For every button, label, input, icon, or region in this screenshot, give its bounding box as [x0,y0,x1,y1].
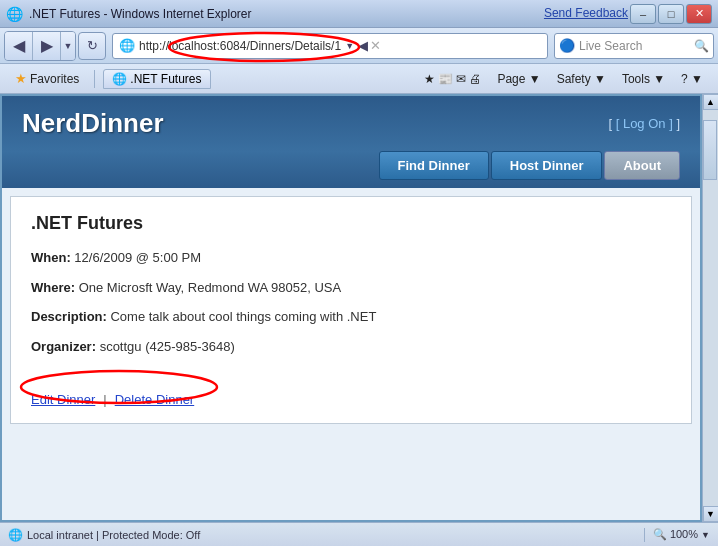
edit-dinner-link[interactable]: Edit Dinner [31,392,95,407]
scroll-thumb[interactable] [703,120,717,180]
find-dinner-nav-btn[interactable]: Find Dinner [379,151,489,180]
site-login: [ [ Log On ] ] [608,116,680,131]
dinner-title: .NET Futures [31,213,671,234]
status-right: 🔍 100% ▼ [644,528,710,542]
where-value: One Microsft Way, Redmond WA 98052, USA [79,280,342,295]
ie-page-icon: 🌐 [119,38,135,53]
minimize-button[interactable]: – [630,4,656,24]
bookmark-icon: ★ [424,72,435,86]
website-area: NerdDinner [ [ Log On ] ] Find Dinner Ho… [0,94,702,522]
tab-icon: 🌐 [112,72,127,86]
print-icon: 🖨 [469,72,481,86]
forward-button[interactable]: ▶ [33,32,61,60]
nav-bar: ◀ ▶ ▼ ↻ 🌐 http://localhost:6084/Dinners/… [0,28,718,64]
site-header: NerdDinner [ [ Log On ] ] [2,96,700,151]
rss-icon: 📰 [438,72,453,86]
dinner-links-wrapper: Edit Dinner | Delete Dinner [31,376,194,407]
link-separator: | [103,392,106,407]
description-label: Description: [31,309,107,324]
status-zone-icon: 🌐 [8,528,23,542]
forward-dropdown[interactable]: ▼ [61,32,75,60]
website-inner: NerdDinner [ [ Log On ] ] Find Dinner Ho… [2,96,700,520]
address-dropdown[interactable]: ▼ [345,41,354,51]
mail-icon: ✉ [456,72,466,86]
organizer-value: scottgu (425-985-3648) [100,339,235,354]
zoom-button[interactable]: 🔍 100% ▼ [653,528,710,541]
site-title: NerdDinner [22,108,164,139]
refresh-button[interactable]: ↻ [78,32,106,60]
scrollbar-right[interactable]: ▲ ▼ [702,94,718,522]
zoom-level: 100% [670,528,698,540]
send-feedback-link[interactable]: Send Feedback [544,6,628,20]
log-on-link[interactable]: [ Log On ] [616,116,673,131]
page-menu[interactable]: Page ▼ [490,69,547,89]
toolbar-right: ★ 📰 ✉ 🖨 Page ▼ Safety ▼ Tools ▼ ? ▼ [417,69,710,89]
site-nav: Find Dinner Host Dinner About [2,151,700,188]
scroll-up-button[interactable]: ▲ [703,94,719,110]
browser-content: NerdDinner [ [ Log On ] ] Find Dinner Ho… [0,94,718,522]
live-search-bar[interactable]: 🔵 Live Search 🔍 [554,33,714,59]
favorites-star-icon: ★ [15,71,27,86]
status-zone-text: Local intranet | Protected Mode: Off [27,529,200,541]
scroll-track[interactable] [703,110,718,506]
live-search-label: Live Search [579,39,690,53]
favorites-bar: ★ Favorites 🌐 .NET Futures ★ 📰 ✉ 🖨 Page … [0,64,718,94]
toolbar-separator [94,70,95,88]
dinner-when-field: When: 12/6/2009 @ 5:00 PM [31,248,671,268]
live-search-button[interactable]: 🔍 [694,39,709,53]
dinner-organizer-field: Organizer: scottgu (425-985-3648) [31,337,671,357]
nav-go-back[interactable]: ◀ [358,38,368,53]
dinner-links: Edit Dinner | Delete Dinner [31,392,194,407]
when-label: When: [31,250,71,265]
back-forward-group: ◀ ▶ ▼ [4,31,76,61]
maximize-button[interactable]: □ [658,4,684,24]
favorites-button[interactable]: ★ Favorites [8,68,86,89]
window-title: .NET Futures - Windows Internet Explorer [29,7,630,21]
window-controls: – □ ✕ [630,4,712,24]
site-content: .NET Futures When: 12/6/2009 @ 5:00 PM W… [10,196,692,424]
when-value: 12/6/2009 @ 5:00 PM [74,250,201,265]
tab-label: .NET Futures [130,72,201,86]
address-bar[interactable]: 🌐 http://localhost:6084/Dinners/Details/… [112,33,548,59]
dinner-where-field: Where: One Microsft Way, Redmond WA 9805… [31,278,671,298]
organizer-label: Organizer: [31,339,96,354]
status-bar: 🌐 Local intranet | Protected Mode: Off 🔍… [0,522,718,546]
host-dinner-nav-btn[interactable]: Host Dinner [491,151,603,180]
address-path: /Dinners/Details/1 [246,39,341,53]
tab-net-futures[interactable]: 🌐 .NET Futures [103,69,210,89]
live-search-ms-icon: 🔵 [559,38,575,53]
delete-dinner-link[interactable]: Delete Dinner [115,392,195,407]
about-nav-btn[interactable]: About [604,151,680,180]
scroll-down-button[interactable]: ▼ [703,506,719,522]
help-menu[interactable]: ? ▼ [674,69,710,89]
back-button[interactable]: ◀ [5,32,33,60]
address-prefix: http://localhost:6084 [139,39,246,53]
status-separator [644,528,645,542]
description-value: Come talk about cool things coming with … [110,309,376,324]
title-bar: 🌐 .NET Futures - Windows Internet Explor… [0,0,718,28]
favorites-label: Favorites [30,72,79,86]
close-button[interactable]: ✕ [686,4,712,24]
toolbar-icons-group[interactable]: ★ 📰 ✉ 🖨 [417,69,488,89]
dinner-description-field: Description: Come talk about cool things… [31,307,671,327]
zoom-icon: 🔍 [653,528,667,540]
safety-menu[interactable]: Safety ▼ [550,69,613,89]
status-left: 🌐 Local intranet | Protected Mode: Off [8,528,636,542]
tools-menu[interactable]: Tools ▼ [615,69,672,89]
where-label: Where: [31,280,75,295]
zoom-dropdown-icon: ▼ [701,530,710,540]
nav-stop[interactable]: ✕ [370,38,381,53]
ie-icon: 🌐 [6,6,23,22]
